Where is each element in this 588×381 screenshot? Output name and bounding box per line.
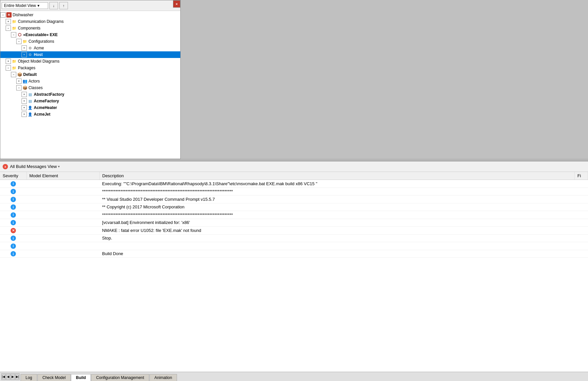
folder-icon-components: 📁 <box>12 26 17 31</box>
tree-node-classes[interactable]: − 📦 Classes <box>0 84 180 91</box>
severity-cell: i <box>0 188 27 195</box>
move-up-button[interactable]: ↑ <box>59 2 68 9</box>
class-icon-acme-jet: 👤 <box>28 112 33 117</box>
tree-label-actors: Actors <box>29 79 40 83</box>
model-tree: − R Dishwasher + 📁 Communication Diagram… <box>0 11 180 159</box>
tree-node-components[interactable]: − 📁 Components <box>0 25 180 31</box>
tab-nav-first[interactable]: |◀ <box>1 373 6 380</box>
tree-label-dishwasher: Dishwasher <box>13 13 33 17</box>
tab-log[interactable]: Log <box>21 374 37 381</box>
tree-label-comm: Communication Diagrams <box>18 19 64 24</box>
tab-build[interactable]: Build <box>71 374 91 381</box>
panel-toolbar: Entire Model View ▾ ↓ ↑ <box>0 0 180 11</box>
tree-expander-actors[interactable]: + <box>16 79 22 84</box>
description-cell <box>99 242 575 250</box>
description-cell: Build Done <box>99 250 575 258</box>
tree-label-components: Components <box>18 26 40 30</box>
tree-expander-dishwasher[interactable]: − <box>0 12 6 18</box>
table-row: iExecuting: ""C:\ProgramData\IBM\Rationa… <box>0 180 588 188</box>
tree-node-packages[interactable]: − 📁 Packages <box>0 65 180 71</box>
build-close-button[interactable]: x <box>3 164 8 169</box>
model-element-cell <box>27 195 99 203</box>
severity-cell: i <box>0 180 27 188</box>
severity-cell: i <box>0 211 27 219</box>
tree-node-default[interactable]: − 📦 Default <box>0 71 180 78</box>
tree-label-acme-jet: AcmeJet <box>34 112 50 117</box>
tree-expander-classes[interactable]: − <box>16 85 22 90</box>
tree-expander-host[interactable]: + <box>22 52 27 57</box>
tree-expander-packages[interactable]: − <box>6 65 11 71</box>
tree-expander-acme-factory[interactable]: + <box>22 98 27 104</box>
tree-node-host[interactable]: + ⚙ Host <box>0 51 180 58</box>
description-cell: ** Visual Studio 2017 Developer Command … <box>99 195 575 203</box>
table-row: ✕NMAKE : fatal error U1052: file 'EXE.ma… <box>0 227 588 235</box>
tab-nav-next[interactable]: ▶ <box>11 373 15 380</box>
class-icon-abstract: ▤ <box>28 92 33 97</box>
folder-icon-obj: 📁 <box>12 59 17 64</box>
build-view-dropdown[interactable]: All Build Messages View ▾ <box>10 164 60 169</box>
tree-node-acme-factory[interactable]: + ▤ AcmeFactory <box>0 98 180 104</box>
info-icon: i <box>11 204 16 210</box>
move-down-button[interactable]: ↓ <box>49 2 58 9</box>
file-cell <box>575 180 588 188</box>
tree-node-executable[interactable]: − ⬡ «Executable» EXE <box>0 31 180 38</box>
info-icon: i <box>11 181 16 187</box>
tab-nav-last[interactable]: ▶| <box>15 373 20 380</box>
tree-node-actors[interactable]: + 👥 Actors <box>0 78 180 84</box>
description-cell: Stop. <box>99 234 575 242</box>
tree-expander-abstract[interactable]: + <box>22 92 27 97</box>
gear-icon-host: ⚙ <box>28 52 33 57</box>
tree-node-communication-diagrams[interactable]: + 📁 Communication Diagrams <box>0 18 180 25</box>
col-severity: Severity <box>0 172 27 180</box>
file-cell <box>575 234 588 242</box>
tree-node-dishwasher[interactable]: − R Dishwasher <box>0 12 180 18</box>
file-cell <box>575 250 588 258</box>
model-element-cell <box>27 242 99 250</box>
tree-expander-exe[interactable]: − <box>11 32 16 37</box>
tree-expander-obj[interactable]: + <box>6 59 11 64</box>
tree-expander-default[interactable]: − <box>11 72 16 77</box>
file-cell <box>575 242 588 250</box>
tree-node-acme[interactable]: + ⚙ Acme <box>0 45 180 51</box>
tree-node-acme-jet[interactable]: + 👤 AcmeJet <box>0 111 180 118</box>
description-cell: [vcvarsall.bat] Environment initialized … <box>99 219 575 227</box>
tab-check-model[interactable]: Check Model <box>37 374 71 381</box>
model-element-cell <box>27 219 99 227</box>
tree-node-object-model[interactable]: + 📁 Object Model Diagrams <box>0 58 180 65</box>
close-button[interactable]: × <box>173 0 180 8</box>
tree-node-configurations[interactable]: − 📁 Configurations <box>0 38 180 45</box>
file-cell <box>575 195 588 203</box>
left-panel: × Entire Model View ▾ ↓ ↑ − R Dishwasher <box>0 0 181 159</box>
tree-expander-configs[interactable]: − <box>16 39 22 44</box>
bottom-tabs-area: |◀ ◀ ▶ ▶| LogCheck ModelBuildConfigurati… <box>0 372 588 381</box>
tab-animation[interactable]: Animation <box>149 374 177 381</box>
tree-expander-components[interactable]: − <box>6 26 11 31</box>
tree-node-acme-heater[interactable]: + 👤 AcmeHeater <box>0 104 180 111</box>
description-cell: ****************************************… <box>99 211 575 219</box>
col-file: Fi <box>575 172 588 180</box>
description-cell: ****************************************… <box>99 188 575 195</box>
tree-node-abstract-factory[interactable]: + ▤ AbstractFactory <box>0 91 180 98</box>
severity-cell: ✕ <box>0 227 27 235</box>
table-row: iStop. <box>0 234 588 242</box>
model-element-cell <box>27 188 99 195</box>
info-icon: i <box>11 189 16 194</box>
tree-expander-acme-heater[interactable]: + <box>22 105 27 110</box>
tree-expander-comm[interactable]: + <box>6 19 11 24</box>
info-icon: i <box>11 251 16 256</box>
col-description: Description <box>99 172 575 180</box>
tree-expander-acme-jet[interactable]: + <box>22 112 27 117</box>
tree-label-configs: Configurations <box>29 39 54 44</box>
class-icon-acme-heater: 👤 <box>28 105 33 110</box>
dishwasher-root-icon: R <box>6 12 12 18</box>
tab-nav-prev[interactable]: ◀ <box>6 373 10 380</box>
component-icon-exe: ⬡ <box>17 32 22 37</box>
model-element-cell <box>27 250 99 258</box>
tab-configuration-management[interactable]: Configuration Management <box>91 374 149 381</box>
model-view-dropdown[interactable]: Entire Model View ▾ <box>2 2 48 9</box>
tree-label-acme: Acme <box>34 46 44 50</box>
folder-icon-configs: 📁 <box>22 39 28 44</box>
classes-icon: 📦 <box>22 85 28 90</box>
table-row: i***************************************… <box>0 188 588 195</box>
tree-expander-acme[interactable]: + <box>22 45 27 51</box>
